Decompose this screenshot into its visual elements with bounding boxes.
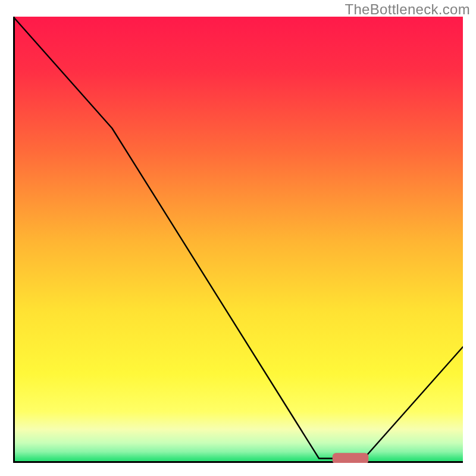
chart-frame: TheBottleneck.com (0, 0, 476, 476)
optimal-marker (333, 453, 368, 463)
plot-area (13, 17, 463, 463)
watermark-text: TheBottleneck.com (345, 1, 470, 18)
gradient-background (13, 17, 463, 463)
bottleneck-chart (13, 17, 463, 463)
